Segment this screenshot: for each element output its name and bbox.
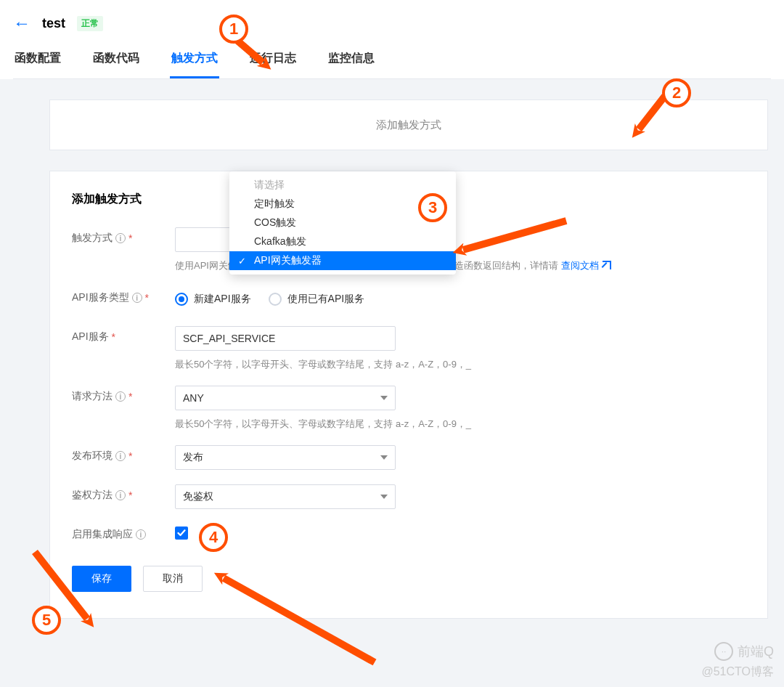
watermark-brand-text: 前端Q: [738, 643, 774, 660]
label-integration-response: 启用集成响应 i: [72, 524, 175, 541]
button-row: 保存 取消: [72, 566, 746, 592]
tab-function-config[interactable]: 函数配置: [13, 44, 62, 78]
watermark-brand: ∙∙ 前端Q: [714, 642, 774, 661]
select-auth-method[interactable]: 免鉴权: [175, 484, 396, 509]
status-badge: 正常: [77, 16, 103, 31]
radio-new-label: 新建API服务: [194, 293, 251, 306]
info-icon[interactable]: i: [136, 529, 146, 540]
label-release-env: 发布环境 i *: [72, 445, 175, 463]
watermark-source: @51CTO博客: [701, 664, 774, 680]
dropdown-opt-api-gateway[interactable]: API网关触发器: [229, 251, 456, 270]
label-integration-response-text: 启用集成响应: [72, 528, 133, 541]
page-header: ← test 正常 函数配置 函数代码 触发方式 运行日志 监控信息: [0, 0, 784, 79]
hint-request-method: 最长50个字符，以字母开头、字母或数字结尾，支持 a-z，A-Z，0-9，_: [175, 418, 746, 431]
required-star: *: [128, 489, 132, 501]
radio-new-api-service[interactable]: 新建API服务: [175, 293, 251, 306]
tab-trigger-method[interactable]: 触发方式: [170, 44, 219, 78]
callout-3: 3: [418, 193, 447, 222]
cancel-button[interactable]: 取消: [143, 566, 203, 592]
required-star: *: [145, 292, 149, 304]
row-request-method: 请求方法 i * ANY 最长50个字符，以字母开头、字母或数字结尾，支持 a-…: [72, 386, 746, 431]
label-api-service-type-text: API服务类型: [72, 291, 129, 304]
radio-group-api-service-type: 新建API服务 使用已有API服务: [175, 287, 746, 312]
chevron-down-icon: [380, 396, 388, 400]
check-icon: [177, 529, 186, 537]
docs-link[interactable]: 查阅文档: [561, 260, 599, 271]
label-request-method: 请求方法 i *: [72, 386, 175, 403]
save-button[interactable]: 保存: [72, 566, 131, 592]
info-icon[interactable]: i: [132, 293, 142, 303]
required-star: *: [128, 450, 132, 462]
label-api-service-text: API服务: [72, 330, 109, 344]
chevron-down-icon: [380, 455, 388, 460]
content-area: 添加触发方式 添加触发方式 触发方式 i * 使用API网关触发器时，云函数返回…: [0, 79, 784, 619]
radio-icon: [175, 293, 188, 306]
checkbox-integration-response[interactable]: [175, 527, 188, 540]
required-star: *: [128, 232, 132, 244]
callout-4: 4: [199, 523, 228, 552]
label-release-env-text: 发布环境: [72, 450, 113, 463]
info-icon[interactable]: i: [115, 490, 126, 500]
radio-icon: [269, 293, 282, 306]
required-star: *: [128, 391, 132, 402]
row-integration-response: 启用集成响应 i: [72, 524, 746, 541]
wechat-icon: ∙∙: [714, 642, 733, 661]
row-release-env: 发布环境 i * 发布: [72, 445, 746, 470]
label-api-service-type: API服务类型 i *: [72, 287, 175, 304]
input-api-service[interactable]: [175, 326, 396, 351]
callout-1: 1: [219, 15, 248, 44]
required-star: *: [112, 331, 115, 343]
tab-function-code[interactable]: 函数代码: [91, 44, 141, 78]
row-api-service: API服务 * 最长50个字符，以字母开头、字母或数字结尾，支持 a-z，A-Z…: [72, 326, 746, 371]
radio-existing-api-service[interactable]: 使用已有API服务: [269, 293, 365, 306]
info-icon[interactable]: i: [115, 451, 126, 461]
select-request-method[interactable]: ANY: [175, 386, 396, 410]
label-auth-method: 鉴权方法 i *: [72, 484, 175, 502]
callout-5: 5: [32, 606, 61, 635]
label-trigger-type-text: 触发方式: [72, 232, 113, 245]
dropdown-trigger-type[interactable]: 请选择 定时触发 COS触发 Ckafka触发 API网关触发器: [229, 171, 456, 275]
external-link-icon: [603, 261, 611, 269]
label-trigger-type: 触发方式 i *: [72, 227, 175, 245]
chevron-down-icon: [380, 495, 388, 499]
label-request-method-text: 请求方法: [72, 390, 113, 403]
title-row: ← test 正常: [13, 7, 771, 39]
row-auth-method: 鉴权方法 i * 免鉴权: [72, 484, 746, 509]
select-auth-method-value: 免鉴权: [183, 490, 213, 503]
tabs: 函数配置 函数代码 触发方式 运行日志 监控信息: [13, 44, 771, 79]
row-api-service-type: API服务类型 i * 新建API服务 使用已有API服务: [72, 287, 746, 312]
tab-run-logs[interactable]: 运行日志: [248, 44, 298, 78]
select-release-env[interactable]: 发布: [175, 445, 396, 470]
callout-2: 2: [662, 78, 691, 107]
dropdown-opt-ckafka[interactable]: Ckafka触发: [229, 232, 456, 251]
info-icon[interactable]: i: [115, 391, 126, 402]
dropdown-placeholder: 请选择: [229, 176, 456, 195]
tab-monitor-info[interactable]: 监控信息: [327, 44, 376, 78]
hint-api-service: 最长50个字符，以字母开头、字母或数字结尾，支持 a-z，A-Z，0-9，_: [175, 358, 746, 371]
radio-existing-label: 使用已有API服务: [287, 293, 365, 306]
function-title: test: [42, 16, 65, 31]
select-request-method-value: ANY: [183, 392, 204, 404]
add-trigger-text: 添加触发方式: [376, 118, 441, 132]
info-icon[interactable]: i: [115, 233, 126, 243]
label-auth-method-text: 鉴权方法: [72, 489, 113, 502]
select-trigger-type-value: [183, 234, 186, 245]
add-trigger-bar[interactable]: 添加触发方式: [49, 99, 768, 150]
select-release-env-value: 发布: [183, 451, 203, 464]
label-api-service: API服务 *: [72, 326, 175, 344]
back-arrow-icon[interactable]: ←: [13, 13, 30, 33]
